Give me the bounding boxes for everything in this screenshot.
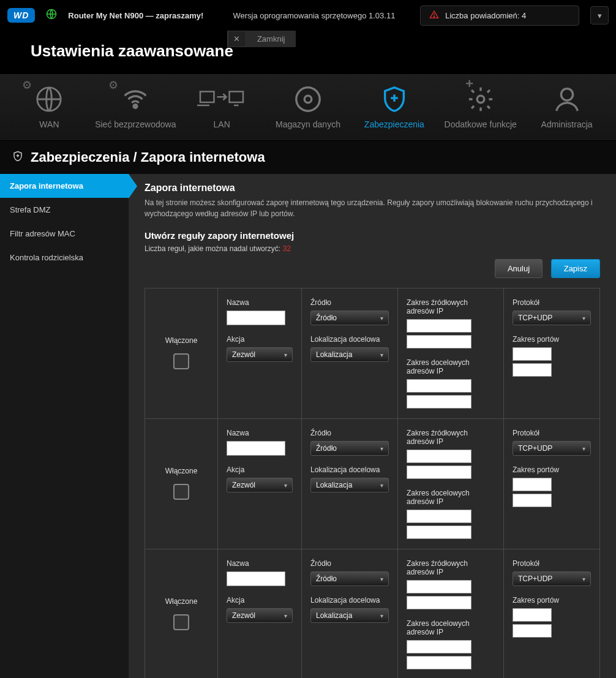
enabled-checkbox[interactable] (173, 614, 189, 630)
nav-storage[interactable]: Magazyn danych (265, 82, 351, 129)
nav-wireless[interactable]: ⚙ Sieć bezprzewodowa (92, 82, 179, 129)
sidebar-item-dmz[interactable]: Strefa DMZ (0, 198, 129, 222)
source-label: Źródło (310, 429, 389, 437)
close-label: Zamknij (246, 31, 296, 47)
wifi-icon (92, 82, 179, 116)
src-ip-to-input[interactable] (407, 335, 471, 348)
port-from-input[interactable] (513, 478, 552, 491)
svg-point-9 (296, 87, 320, 110)
source-label: Źródło (310, 559, 389, 568)
nav-wan[interactable]: ⚙ WAN (6, 82, 92, 129)
svg-rect-6 (230, 91, 244, 102)
gear-icon (437, 82, 524, 116)
chevron-down-icon: ▾ (582, 576, 585, 582)
svg-point-14 (561, 88, 573, 100)
chevron-down-icon: ▾ (380, 612, 383, 619)
nav-features[interactable]: + Dodatkowe funkcje (437, 82, 524, 129)
title-bar: Ustawienia zaawansowane ✕ Zamknij (0, 31, 616, 75)
sidebar-item-firewall[interactable]: Zapora internetowa (0, 174, 129, 198)
lan-icon (179, 82, 265, 116)
protocol-select[interactable]: TCP+UDP▾ (513, 441, 591, 456)
dst-ip-from-input[interactable] (407, 379, 471, 393)
page-title: Ustawienia zaawansowane (0, 31, 252, 74)
globe-icon (6, 82, 92, 116)
enabled-label: Włączone (154, 467, 209, 475)
name-input[interactable] (227, 311, 285, 325)
source-select[interactable]: Źródło▾ (310, 311, 389, 325)
port-from-input[interactable] (513, 347, 552, 361)
src-ip-from-input[interactable] (407, 319, 471, 333)
src-ip-to-input[interactable] (407, 596, 471, 609)
rule-row: Włączone Nazwa Akcja Zezwól▾ (145, 288, 600, 419)
dst-ip-label: Zakres docelowych adresów IP (407, 358, 495, 375)
enabled-checkbox[interactable] (173, 353, 189, 369)
protocol-select[interactable]: TCP+UDP▾ (513, 571, 591, 586)
sidebar-item-mac-filter[interactable]: Filtr adresów MAC (0, 222, 129, 246)
port-to-input[interactable] (513, 494, 552, 507)
source-select[interactable]: Źródło▾ (310, 441, 389, 456)
source-select[interactable]: Źródło▾ (310, 571, 389, 586)
rules-remaining: Liczba reguł, jakie można nadal utworzyć… (145, 244, 600, 253)
src-ip-from-input[interactable] (407, 580, 471, 593)
dst-ip-from-input[interactable] (407, 640, 471, 654)
name-label: Nazwa (227, 298, 293, 307)
port-from-input[interactable] (513, 608, 552, 622)
plus-icon: + (465, 76, 473, 92)
src-ip-from-input[interactable] (407, 450, 471, 463)
close-icon[interactable]: ✕ (228, 31, 246, 47)
nav-lan[interactable]: LAN (179, 82, 265, 129)
dst-ip-to-input[interactable] (407, 656, 471, 669)
notification-dropdown[interactable]: ▾ (590, 6, 609, 24)
dest-select[interactable]: Lokalizacja▾ (310, 347, 389, 362)
section-title: Zapora internetowa (145, 183, 600, 194)
rule-row: Włączone Nazwa Akcja Zezwól▾ (145, 419, 600, 549)
name-label: Nazwa (227, 429, 293, 437)
name-input[interactable] (227, 571, 285, 586)
notification-box[interactable]: Liczba powiadomień: 4 (420, 6, 579, 26)
section-description: Na tej stronie możesz skonfigurować zapo… (145, 197, 600, 219)
src-ip-label: Zakres źródłowych adresów IP (407, 429, 495, 446)
dst-ip-from-input[interactable] (407, 510, 471, 523)
nav-security[interactable]: Zabezpieczenia (351, 82, 437, 129)
src-ip-label: Zakres źródłowych adresów IP (407, 298, 495, 315)
action-label: Akcja (227, 596, 293, 605)
dest-select[interactable]: Lokalizacja▾ (310, 608, 389, 623)
port-to-input[interactable] (513, 624, 552, 638)
name-input[interactable] (227, 441, 285, 456)
cancel-button[interactable]: Anuluj (495, 259, 543, 278)
breadcrumb: Zabezpieczenia / Zapora internetowa (0, 141, 616, 174)
protocol-select[interactable]: TCP+UDP▾ (513, 311, 591, 325)
save-button[interactable]: Zapisz (551, 259, 600, 278)
dst-ip-to-input[interactable] (407, 525, 471, 539)
port-range-label: Zakres portów (513, 596, 591, 605)
chevron-down-icon: ▾ (284, 612, 287, 619)
action-label: Akcja (227, 465, 293, 474)
name-label: Nazwa (227, 559, 293, 568)
globe-icon (46, 9, 57, 23)
shield-plus-icon (351, 82, 437, 116)
source-label: Źródło (310, 298, 389, 307)
dst-ip-to-input[interactable] (407, 395, 471, 409)
chevron-down-icon: ▾ (598, 11, 602, 20)
svg-rect-5 (200, 91, 214, 102)
gear-icon: ⚙ (22, 78, 32, 92)
action-select[interactable]: Zezwól▾ (227, 478, 293, 492)
sidebar: Zapora internetowa Strefa DMZ Filtr adre… (0, 174, 129, 678)
user-icon (524, 82, 610, 116)
src-ip-to-input[interactable] (407, 465, 471, 479)
sidebar-item-parental[interactable]: Kontrola rodzicielska (0, 246, 129, 269)
warning-icon (429, 10, 439, 21)
enabled-label: Włączone (154, 336, 209, 345)
chevron-down-icon: ▾ (380, 482, 383, 489)
nav-admin[interactable]: Administracja (524, 82, 610, 129)
action-select[interactable]: Zezwól▾ (227, 347, 293, 362)
enabled-checkbox[interactable] (173, 484, 189, 500)
port-to-input[interactable] (513, 363, 552, 377)
protocol-label: Protokół (513, 298, 591, 307)
close-tab[interactable]: ✕ Zamknij (227, 31, 296, 47)
chevron-down-icon: ▾ (582, 315, 585, 322)
dest-label: Lokalizacja docelowa (310, 596, 389, 605)
dest-select[interactable]: Lokalizacja▾ (310, 478, 389, 492)
action-select[interactable]: Zezwól▾ (227, 608, 293, 623)
chevron-down-icon: ▾ (582, 445, 585, 452)
